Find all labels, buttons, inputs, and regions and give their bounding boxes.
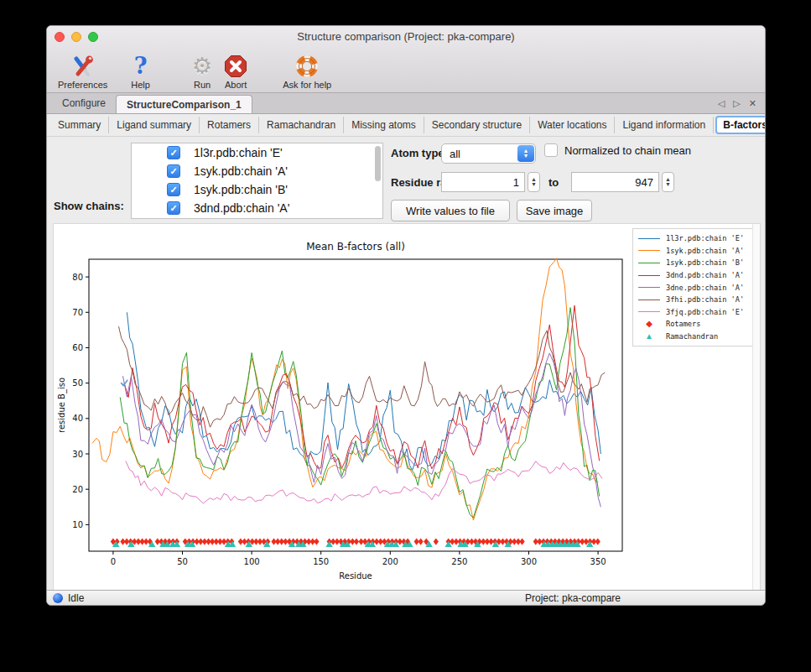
tab-ligand-summary[interactable]: Ligand summary bbox=[109, 117, 200, 133]
legend-label: 3fjq.pdb:chain 'E' bbox=[666, 308, 744, 316]
svg-text:60: 60 bbox=[72, 343, 83, 352]
sub-tab-bar: Summary Ligand summary Rotamers Ramachan… bbox=[47, 114, 765, 137]
svg-text:residue B_iso: residue B_iso bbox=[57, 378, 67, 433]
tab-water-locations[interactable]: Water locations bbox=[530, 117, 615, 133]
write-values-button[interactable]: Write values to file bbox=[391, 200, 510, 221]
legend-label: 3dnd.pdb:chain 'A' bbox=[666, 271, 744, 279]
atom-type-value: all bbox=[450, 148, 460, 160]
svg-text:50: 50 bbox=[177, 557, 188, 566]
help-button[interactable]: ? Help bbox=[125, 49, 156, 90]
titlebar[interactable]: Structure comparison (Project: pka-compa… bbox=[47, 26, 765, 48]
svg-text:10: 10 bbox=[72, 520, 83, 529]
chain-label: 1syk.pdb:chain 'B' bbox=[194, 183, 288, 196]
lifebuoy-icon bbox=[295, 53, 319, 80]
checkbox-unchecked-icon[interactable] bbox=[544, 143, 558, 157]
status-indicator-icon bbox=[53, 593, 63, 603]
legend-label: 1syk.pdb:chain 'B' bbox=[666, 258, 744, 267]
legend-line-swatch bbox=[638, 263, 660, 263]
tab-ligand-information[interactable]: Ligand information bbox=[615, 117, 714, 133]
chain-list-item[interactable]: ✓ 1l3r.pdb:chain 'E' bbox=[132, 143, 382, 162]
run-button[interactable]: ⚙ Run bbox=[186, 49, 218, 90]
tab-structurecomparison-1[interactable]: StructureComparison_1 bbox=[116, 95, 252, 113]
svg-text:100: 100 bbox=[244, 557, 260, 566]
zoom-window-button[interactable] bbox=[88, 32, 98, 42]
window-chrome: Structure comparison (Project: pka-compa… bbox=[47, 26, 765, 93]
normalized-label: Normalized to chain mean bbox=[564, 144, 691, 157]
tab-configure[interactable]: Configure bbox=[52, 93, 116, 113]
chain-list-item[interactable]: ✓ 1syk.pdb:chain 'B' bbox=[132, 180, 382, 199]
chain-list-item[interactable]: ✓ 1syk.pdb:chain 'A' bbox=[132, 162, 382, 180]
show-chains-label: Show chains: bbox=[54, 200, 124, 212]
abort-button[interactable]: Abort bbox=[218, 49, 253, 90]
status-text: Idle bbox=[68, 592, 84, 604]
chain-label: 1l3r.pdb:chain 'E' bbox=[194, 146, 283, 159]
svg-text:20: 20 bbox=[72, 485, 83, 494]
legend-line-swatch bbox=[638, 238, 660, 239]
residue-to-input[interactable]: 947 bbox=[571, 172, 659, 192]
svg-text:Mean B-factors (all): Mean B-factors (all) bbox=[306, 241, 405, 253]
abort-icon bbox=[224, 53, 247, 80]
svg-text:300: 300 bbox=[521, 557, 537, 566]
tab-summary[interactable]: Summary bbox=[50, 117, 109, 133]
status-bar: Idle Project: pka-compare bbox=[47, 590, 765, 605]
rotamers-diamond-icon: ◆ bbox=[638, 320, 660, 328]
atom-type-label: Atom type: bbox=[391, 147, 448, 159]
legend-label: Ramachandran bbox=[666, 332, 718, 341]
tab-close-icon[interactable]: ✕ bbox=[749, 98, 756, 109]
legend-label: 1l3r.pdb:chain 'E' bbox=[666, 234, 744, 242]
traffic-lights bbox=[55, 32, 98, 42]
app-window: Structure comparison (Project: pka-compa… bbox=[46, 25, 766, 606]
chain-list-scrollbar[interactable] bbox=[375, 146, 381, 181]
legend-label: Rotamers bbox=[666, 320, 700, 328]
svg-text:30: 30 bbox=[72, 450, 83, 459]
checkbox-checked-icon[interactable]: ✓ bbox=[167, 201, 180, 215]
toolbar-label: Abort bbox=[225, 80, 247, 90]
chain-label: 3dnd.pdb:chain 'A' bbox=[194, 201, 289, 215]
tab-prev-icon[interactable]: ◁ bbox=[718, 98, 725, 109]
save-image-button[interactable]: Save image bbox=[517, 200, 592, 221]
svg-text:50: 50 bbox=[72, 378, 83, 388]
svg-text:350: 350 bbox=[590, 557, 606, 566]
to-label: to bbox=[548, 176, 559, 189]
tab-ramachandran[interactable]: Ramachandran bbox=[259, 117, 344, 133]
chain-list: ✓ 1l3r.pdb:chain 'E' ✓ 1syk.pdb:chain 'A… bbox=[131, 143, 383, 219]
toolbar-label: Help bbox=[131, 80, 150, 90]
checkbox-checked-icon[interactable]: ✓ bbox=[167, 146, 180, 159]
tab-rotamers[interactable]: Rotamers bbox=[200, 117, 259, 133]
legend-label: 3fhi.pdb:chain 'A' bbox=[666, 295, 744, 304]
residue-to-stepper[interactable]: ▲▼ bbox=[662, 172, 674, 192]
legend-line-swatch bbox=[638, 250, 660, 251]
legend-label: 1syk.pdb:chain 'A' bbox=[666, 247, 744, 255]
svg-text:Residue: Residue bbox=[339, 571, 372, 581]
atom-type-select[interactable]: all ▲▼ bbox=[441, 143, 536, 164]
checkbox-checked-icon[interactable]: ✓ bbox=[167, 164, 180, 178]
plot-panel: Mean B-factors (all)residue B_isoResidue… bbox=[53, 223, 761, 591]
svg-text:250: 250 bbox=[451, 557, 467, 566]
tab-b-factors[interactable]: B-factors bbox=[715, 116, 766, 134]
tab-secondary-structure[interactable]: Secondary structure bbox=[424, 117, 530, 133]
chart-legend: 1l3r.pdb:chain 'E' 1syk.pdb:chain 'A' 1s… bbox=[632, 228, 758, 346]
tab-missing-atoms[interactable]: Missing atoms bbox=[344, 117, 424, 133]
svg-text:150: 150 bbox=[313, 557, 329, 566]
minimize-window-button[interactable] bbox=[71, 32, 81, 42]
checkbox-checked-icon[interactable]: ✓ bbox=[167, 183, 180, 196]
toolbar-label: Run bbox=[194, 80, 211, 90]
toolbar-label: Ask for help bbox=[283, 80, 331, 90]
plot-scrollbar[interactable] bbox=[752, 224, 760, 591]
normalized-checkbox-row[interactable]: Normalized to chain mean bbox=[544, 143, 691, 157]
preferences-button[interactable]: Preferences bbox=[52, 49, 113, 90]
residue-from-input[interactable]: 1 bbox=[441, 172, 525, 192]
svg-text:80: 80 bbox=[72, 273, 83, 282]
tab-next-icon[interactable]: ▷ bbox=[733, 98, 740, 109]
legend-line-swatch bbox=[638, 275, 660, 276]
ask-for-help-button[interactable]: Ask for help bbox=[277, 49, 337, 90]
close-window-button[interactable] bbox=[55, 32, 65, 42]
svg-text:40: 40 bbox=[72, 414, 83, 423]
ramachandran-triangle-icon: ▲ bbox=[638, 332, 660, 341]
residue-from-stepper[interactable]: ▲▼ bbox=[528, 172, 540, 192]
legend-line-swatch bbox=[638, 300, 660, 300]
chain-list-item[interactable]: ✓ 3dnd.pdb:chain 'A' bbox=[132, 199, 382, 217]
status-project: Project: pka-compare bbox=[525, 592, 621, 604]
chain-label: 1syk.pdb:chain 'A' bbox=[194, 164, 288, 178]
toolbar: Preferences ? Help ⚙ Run Abort bbox=[47, 48, 765, 92]
